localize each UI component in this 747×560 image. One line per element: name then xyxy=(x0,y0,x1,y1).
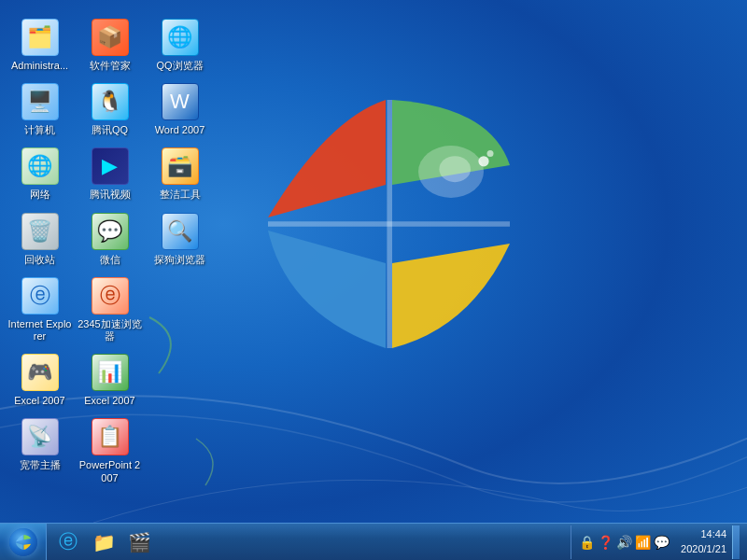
show-desktop-button[interactable] xyxy=(732,525,740,559)
icon-tencent-qq[interactable]: 🐧 腾讯QQ xyxy=(75,78,145,141)
start-button[interactable] xyxy=(0,524,47,561)
icon-internet-explorer[interactable]: ⓔ Internet Explorer xyxy=(5,273,75,347)
svg-point-0 xyxy=(418,146,484,198)
icon-software-manager-label: 软件管家 xyxy=(90,60,131,72)
icon-2345-label: 2345加速浏览器 xyxy=(78,318,142,343)
icon-ppt-label: PowerPoint 2007 xyxy=(78,459,142,483)
icon-word-2007[interactable]: W Word 2007 xyxy=(145,78,215,141)
icon-sogou-browser[interactable]: 🔍 探狗浏览器 xyxy=(145,208,215,271)
icon-my-computer[interactable]: 🖥️ 计算机 xyxy=(5,78,75,141)
icon-software-manager[interactable]: 📦 软件管家 xyxy=(75,14,145,77)
icon-2345-browser[interactable]: ⓔ 2345加速浏览器 xyxy=(75,273,145,347)
svg-point-3 xyxy=(487,150,494,157)
icon-administrator[interactable]: 🗂️ Administra... xyxy=(5,14,75,77)
icon-qq-games[interactable]: 🎮 Excel 2007 xyxy=(5,349,75,412)
svg-point-2 xyxy=(478,156,488,166)
start-orb xyxy=(9,528,37,556)
icon-recycle-bin[interactable]: 🗑️ 回收站 xyxy=(5,208,75,271)
windows-logo-small xyxy=(15,534,32,551)
system-tray: 🔒 ❓ 🔊 📶 💬 14:44 2020/1/21 xyxy=(571,525,747,559)
icon-network[interactable]: 🌐 网络 xyxy=(5,143,75,205)
clock-date: 2020/1/21 xyxy=(681,542,726,556)
desktop-icons-container: 🗂️ Administra... 🖥️ 计算机 🌐 网络 🗑️ 回收站 ⓔ xyxy=(0,9,219,513)
taskbar-explorer-icon[interactable]: 📁 xyxy=(87,526,120,558)
tray-help-icon[interactable]: ❓ xyxy=(598,535,613,550)
icon-excel-label: Excel 2007 xyxy=(84,395,134,407)
icon-network-label: 网络 xyxy=(30,189,50,201)
tray-icons-container: 🔒 ❓ 🔊 📶 💬 xyxy=(579,535,669,550)
system-clock[interactable]: 14:44 2020/1/21 xyxy=(673,527,726,556)
icon-tencent-video-label: 腾讯视频 xyxy=(90,189,131,201)
icon-wechat[interactable]: 💬 微信 xyxy=(75,208,145,271)
icon-word-label: Word 2007 xyxy=(155,124,205,136)
taskbar: ⓔ 📁 🎬 🔒 ❓ 🔊 📶 💬 14:44 2020/1/21 xyxy=(0,523,747,560)
windows-logo xyxy=(261,93,523,355)
taskbar-media-icon[interactable]: 🎬 xyxy=(122,526,156,558)
icon-administrator-label: Administra... xyxy=(11,60,68,72)
taskbar-ie-icon[interactable]: ⓔ xyxy=(51,526,85,558)
icon-recycle-bin-label: 回收站 xyxy=(24,254,55,266)
icon-sogou-label: 探狗浏览器 xyxy=(154,254,205,266)
svg-point-1 xyxy=(439,156,471,182)
tray-volume-icon[interactable]: 🔊 xyxy=(616,535,632,550)
clock-time: 14:44 xyxy=(700,527,726,541)
icon-qq-browser[interactable]: 🌐 QQ浏览器 xyxy=(145,14,215,77)
icon-cleanup-tool[interactable]: 🗃️ 整洁工具 xyxy=(145,143,215,205)
icon-powerpoint-2007[interactable]: 📋 PowerPoint 2007 xyxy=(75,413,145,488)
icon-cleanup-label: 整洁工具 xyxy=(160,189,201,201)
icon-excel-2007[interactable]: 📊 Excel 2007 xyxy=(75,349,145,412)
icon-broadband-label: 宽带主播 xyxy=(20,459,61,471)
icon-qq-browser-label: QQ浏览器 xyxy=(156,60,203,72)
icon-wechat-label: 微信 xyxy=(100,254,120,266)
taskbar-pinned-items: ⓔ 📁 🎬 xyxy=(47,526,571,558)
icon-my-computer-label: 计算机 xyxy=(24,124,55,136)
desktop: 🗂️ Administra... 🖥️ 计算机 🌐 网络 🗑️ 回收站 ⓔ xyxy=(0,0,747,560)
icon-ie-label: Internet Explorer xyxy=(7,318,72,343)
icon-qq-games-label: Excel 2007 xyxy=(14,395,64,407)
icon-tencent-video[interactable]: ▶ 腾讯视频 xyxy=(75,143,145,205)
tray-network-icon[interactable]: 🔒 xyxy=(579,535,595,550)
icon-qq-label: 腾讯QQ xyxy=(92,124,128,136)
icon-broadband[interactable]: 📡 宽带主播 xyxy=(5,413,75,476)
tray-wifi-icon[interactable]: 📶 xyxy=(635,535,651,550)
tray-msg-icon[interactable]: 💬 xyxy=(654,535,669,550)
